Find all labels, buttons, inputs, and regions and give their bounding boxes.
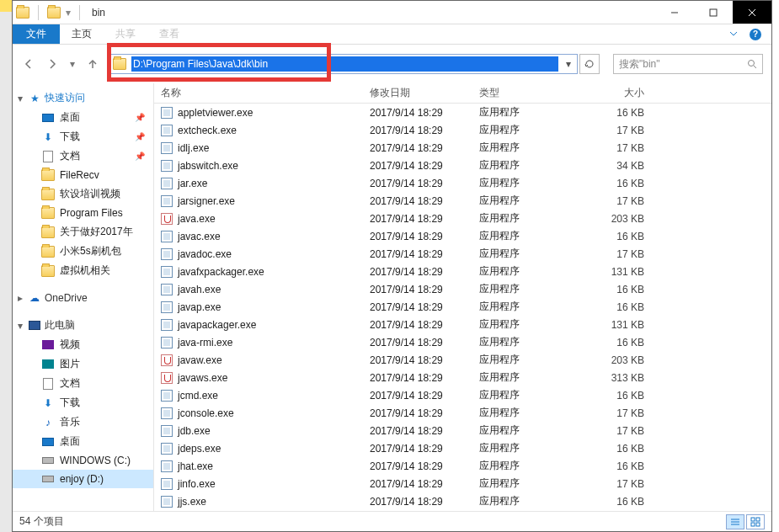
folder-icon: [41, 264, 55, 278]
file-size: 131 KB: [577, 266, 661, 278]
home-tab[interactable]: 主页: [60, 24, 104, 44]
file-icon: [161, 231, 173, 242]
file-row[interactable]: jdeps.exe2017/9/14 18:29应用程序16 KB: [154, 439, 771, 457]
file-tab[interactable]: 文件: [13, 24, 60, 44]
sidebar-item[interactable]: ♪音乐: [13, 412, 153, 432]
details-view-button[interactable]: [726, 514, 744, 529]
qat-folder-icon[interactable]: [47, 7, 61, 19]
up-button[interactable]: [85, 56, 100, 72]
svg-point-5: [749, 61, 755, 66]
close-button[interactable]: [733, 1, 771, 24]
sidebar-item[interactable]: Program Files: [13, 204, 153, 222]
file-row[interactable]: extcheck.exe2017/9/14 18:29应用程序17 KB: [154, 121, 771, 139]
file-icon: [161, 195, 173, 207]
search-icon: [747, 59, 757, 69]
file-row[interactable]: javaw.exe2017/9/14 18:29应用程序203 KB: [154, 351, 771, 369]
minimize-button[interactable]: [655, 1, 694, 24]
col-size[interactable]: 大小: [577, 86, 661, 100]
sidebar-item[interactable]: ⬇下载: [13, 393, 153, 412]
sidebar-this-pc[interactable]: ▾ 此电脑: [13, 316, 153, 335]
icons-view-button[interactable]: [746, 514, 765, 529]
file-row[interactable]: jcmd.exe2017/9/14 18:29应用程序16 KB: [154, 386, 771, 404]
history-dropdown-icon[interactable]: ▾: [68, 56, 77, 72]
file-icon: [161, 301, 173, 313]
file-type: 应用程序: [479, 459, 577, 473]
file-size: 203 KB: [577, 213, 661, 225]
file-row[interactable]: jarsigner.exe2017/9/14 18:29应用程序17 KB: [154, 192, 771, 210]
file-row[interactable]: java-rmi.exe2017/9/14 18:29应用程序16 KB: [154, 333, 771, 351]
ribbon-tab[interactable]: 查看: [147, 24, 191, 44]
file-type: 应用程序: [479, 282, 577, 296]
sidebar-item[interactable]: 软设培训视频: [13, 184, 153, 204]
col-name[interactable]: 名称: [154, 86, 370, 100]
file-icon: [161, 354, 173, 366]
file-row[interactable]: jinfo.exe2017/9/14 18:29应用程序17 KB: [154, 475, 771, 492]
file-row[interactable]: javap.exe2017/9/14 18:29应用程序16 KB: [154, 298, 771, 316]
sidebar-item-label: FileRecv: [60, 169, 99, 181]
file-name: javaws.exe: [178, 372, 227, 384]
address-dropdown-icon[interactable]: ▾: [560, 58, 577, 70]
file-icon: [161, 284, 173, 295]
sidebar-item-label: 下载: [60, 130, 80, 144]
help-icon[interactable]: ?: [750, 29, 761, 40]
sidebar-item[interactable]: 桌面: [13, 432, 153, 451]
sidebar-item[interactable]: 桌面📌: [13, 108, 153, 127]
file-row[interactable]: appletviewer.exe2017/9/14 18:29应用程序16 KB: [154, 104, 771, 121]
sidebar-item[interactable]: 虚拟机相关: [13, 261, 153, 280]
sidebar-item[interactable]: FileRecv: [13, 166, 153, 184]
file-row[interactable]: jconsole.exe2017/9/14 18:29应用程序17 KB: [154, 404, 771, 422]
file-type: 应用程序: [479, 247, 577, 261]
pin-icon: 📌: [135, 113, 145, 122]
file-row[interactable]: javafxpackager.exe2017/9/14 18:29应用程序131…: [154, 263, 771, 280]
file-row[interactable]: idlj.exe2017/9/14 18:29应用程序17 KB: [154, 139, 771, 157]
sidebar-onedrive[interactable]: ▸☁ OneDrive: [13, 289, 153, 307]
file-name: javac.exe: [178, 231, 221, 242]
sidebar-item-label: 桌面: [60, 110, 80, 125]
file-name: javap.exe: [178, 301, 221, 313]
file-row[interactable]: java.exe2017/9/14 18:29应用程序203 KB: [154, 210, 771, 227]
sidebar-item[interactable]: 文档: [13, 374, 153, 393]
file-name: jinfo.exe: [178, 478, 216, 490]
file-row[interactable]: jjs.exe2017/9/14 18:29应用程序16 KB: [154, 492, 771, 510]
sidebar-item[interactable]: WINDOWS (C:): [13, 451, 153, 470]
ribbon-tab[interactable]: 共享: [104, 24, 147, 44]
forward-button[interactable]: [45, 56, 60, 72]
file-row[interactable]: javah.exe2017/9/14 18:29应用程序16 KB: [154, 280, 771, 298]
file-name: jconsole.exe: [178, 407, 234, 419]
file-row[interactable]: jhat.exe2017/9/14 18:29应用程序16 KB: [154, 457, 771, 475]
sidebar-item[interactable]: 小米5s刷机包: [13, 242, 153, 261]
ribbon-tabs: 文件 主页 共享 查看 ?: [13, 24, 771, 45]
file-row[interactable]: javac.exe2017/9/14 18:29应用程序16 KB: [154, 227, 771, 245]
search-box[interactable]: 搜索"bin": [613, 54, 763, 74]
maximize-button[interactable]: [694, 1, 733, 24]
col-type[interactable]: 类型: [479, 86, 577, 100]
file-row[interactable]: javaws.exe2017/9/14 18:29应用程序313 KB: [154, 369, 771, 386]
sidebar-item[interactable]: enjoy (D:): [13, 470, 153, 488]
file-date: 2017/9/14 18:29: [370, 301, 479, 313]
sidebar-item[interactable]: ⬇下载📌: [13, 127, 153, 146]
file-row[interactable]: jabswitch.exe2017/9/14 18:29应用程序34 KB: [154, 157, 771, 174]
file-row[interactable]: javadoc.exe2017/9/14 18:29应用程序17 KB: [154, 245, 771, 263]
file-date: 2017/9/14 18:29: [370, 390, 479, 402]
star-icon: ★: [28, 92, 41, 105]
file-row[interactable]: jar.exe2017/9/14 18:29应用程序16 KB: [154, 174, 771, 192]
file-list[interactable]: appletviewer.exe2017/9/14 18:29应用程序16 KB…: [154, 104, 771, 511]
qat-dropdown-icon[interactable]: ▾: [66, 7, 71, 19]
file-date: 2017/9/14 18:29: [370, 125, 479, 136]
sidebar-quick-access[interactable]: ▾★ 快速访问: [13, 88, 153, 108]
refresh-button[interactable]: [579, 54, 600, 74]
column-headers[interactable]: 名称 修改日期 类型 大小: [154, 83, 771, 104]
file-icon: [161, 160, 173, 172]
address-bar[interactable]: ▾: [109, 54, 578, 74]
address-input[interactable]: [131, 56, 558, 72]
file-row[interactable]: jdb.exe2017/9/14 18:29应用程序17 KB: [154, 422, 771, 439]
file-type: 应用程序: [479, 441, 577, 455]
col-date[interactable]: 修改日期: [370, 86, 479, 100]
back-button[interactable]: [21, 56, 36, 72]
ribbon-collapse-icon[interactable]: [729, 29, 738, 40]
sidebar-item[interactable]: 文档📌: [13, 146, 153, 166]
file-row[interactable]: javapackager.exe2017/9/14 18:29应用程序131 K…: [154, 316, 771, 333]
sidebar-item[interactable]: 图片: [13, 354, 153, 374]
sidebar-item[interactable]: 关于做好2017年: [13, 222, 153, 242]
sidebar-item[interactable]: 视频: [13, 335, 153, 354]
